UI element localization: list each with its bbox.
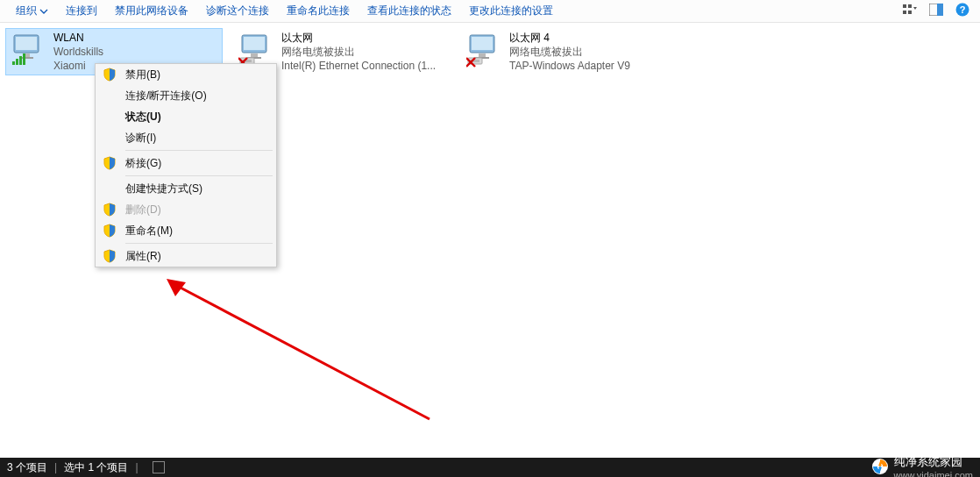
toolbar-item-changesettings[interactable]: 更改此连接的设置	[460, 0, 562, 23]
svg-line-32	[177, 286, 430, 419]
ctx-label: 删除(D)	[125, 203, 161, 217]
connection-item-ethernet4[interactable]: 以太网 4 网络电缆被拔出 TAP-Windows Adapter V9	[461, 28, 678, 75]
ctx-item-delete: 删除(D)	[96, 199, 276, 220]
ctx-separator	[125, 243, 273, 244]
chevron-down-icon	[39, 7, 48, 16]
status-view-icon[interactable]	[153, 461, 165, 473]
ctx-label: 禁用(B)	[125, 68, 160, 82]
svg-rect-5	[937, 4, 943, 16]
svg-marker-33	[167, 279, 186, 296]
status-count: 3 个项目	[7, 460, 47, 475]
ctx-item-disable[interactable]: 禁用(B)	[96, 64, 276, 85]
toolbar: 组织 连接到 禁用此网络设备 诊断这个连接 重命名此连接 查看此连接的状态 更改…	[0, 0, 980, 23]
svg-rect-17	[244, 37, 265, 50]
toolbar-item-connect[interactable]: 连接到	[57, 0, 106, 23]
brand-main: 纯净系统家园	[894, 454, 973, 470]
toolbar-right: ?	[903, 3, 973, 19]
svg-rect-12	[12, 61, 15, 65]
svg-rect-1	[908, 4, 912, 8]
ctx-item-bridge[interactable]: 桥接(G)	[96, 153, 276, 174]
svg-rect-13	[16, 59, 18, 65]
ctx-separator	[125, 175, 273, 176]
toolbar-item-disable[interactable]: 禁用此网络设备	[106, 0, 197, 23]
toolbar-label: 更改此连接的设置	[469, 4, 553, 18]
annotation-arrow	[167, 279, 438, 428]
toolbar-item-diagnose[interactable]: 诊断这个连接	[197, 0, 278, 23]
toolbar-label: 连接到	[66, 4, 97, 18]
connection-texts: 以太网 网络电缆被拔出 Intel(R) Ethernet Connection…	[276, 31, 436, 73]
toolbar-label: 诊断这个连接	[206, 4, 269, 18]
toolbar-item-organize[interactable]: 组织	[7, 0, 57, 23]
svg-rect-3	[908, 11, 912, 14]
ctx-label: 状态(U)	[125, 110, 161, 125]
svg-text:?: ?	[960, 4, 966, 15]
connection-name: 以太网	[281, 31, 436, 45]
connection-device: TAP-Windows Adapter V9	[509, 59, 630, 73]
view-options-icon[interactable]	[903, 4, 917, 18]
connection-name: WLAN	[53, 31, 103, 45]
connection-texts: 以太网 4 网络电缆被拔出 TAP-Windows Adapter V9	[504, 31, 630, 73]
status-brand: 纯净系统家园 www.yidaimei.com	[871, 454, 973, 477]
svg-rect-26	[479, 53, 486, 57]
svg-rect-25	[472, 37, 493, 50]
shield-icon	[103, 203, 117, 217]
toolbar-label: 组织	[16, 4, 37, 18]
ctx-separator	[125, 150, 273, 151]
svg-rect-2	[903, 11, 906, 14]
svg-rect-14	[19, 56, 22, 65]
context-menu: 禁用(B) 连接/断开连接(O) 状态(U) 诊断(I) 桥接(G) 创建快捷方…	[95, 63, 277, 267]
ctx-label: 桥接(G)	[125, 156, 161, 171]
status-bar: 3 个项目 | 选中 1 个项目 | 纯净系统家园 www.yidaimei.c…	[0, 458, 980, 477]
network-monitor-icon	[465, 31, 504, 69]
ctx-item-properties[interactable]: 属性(R)	[96, 246, 276, 267]
toolbar-label: 禁用此网络设备	[115, 4, 188, 18]
ctx-label: 重命名(M)	[125, 224, 173, 238]
network-monitor-icon	[10, 31, 48, 69]
shield-icon	[103, 156, 117, 170]
svg-rect-9	[16, 37, 37, 50]
ctx-item-create-shortcut[interactable]: 创建快捷方式(S)	[96, 178, 276, 199]
toolbar-item-viewstatus[interactable]: 查看此连接的状态	[359, 0, 460, 23]
toolbar-label: 查看此连接的状态	[367, 4, 451, 18]
connection-status: 网络电缆被拔出	[509, 45, 630, 59]
status-separator: |	[54, 461, 57, 473]
ctx-item-connect-disconnect[interactable]: 连接/断开连接(O)	[96, 85, 276, 106]
status-separator: |	[135, 461, 138, 473]
toolbar-item-rename[interactable]: 重命名此连接	[278, 0, 359, 23]
status-selection: 选中 1 个项目	[64, 460, 128, 475]
ctx-label: 创建快捷方式(S)	[125, 182, 202, 196]
connection-name: 以太网 4	[509, 31, 630, 45]
ctx-label: 属性(R)	[125, 249, 161, 264]
shield-icon	[103, 68, 117, 82]
help-icon[interactable]: ?	[955, 3, 969, 19]
toolbar-label: 重命名此连接	[287, 4, 350, 18]
connection-status: Worldskills	[53, 45, 103, 59]
svg-rect-0	[903, 4, 906, 8]
shield-icon	[103, 224, 117, 238]
ctx-item-status[interactable]: 状态(U)	[96, 106, 276, 127]
brand-logo-icon	[871, 458, 889, 478]
ctx-label: 连接/断开连接(O)	[125, 89, 207, 103]
ctx-label: 诊断(I)	[125, 131, 156, 146]
svg-rect-15	[23, 53, 25, 65]
toolbar-left: 组织 连接到 禁用此网络设备 诊断这个连接 重命名此连接 查看此连接的状态 更改…	[7, 0, 562, 23]
svg-rect-18	[251, 53, 258, 57]
ctx-item-diagnose[interactable]: 诊断(I)	[96, 127, 276, 148]
connection-device: Intel(R) Ethernet Connection (1...	[281, 59, 436, 73]
shield-icon	[103, 249, 117, 263]
brand-sub: www.yidaimei.com	[894, 470, 973, 477]
ctx-item-rename[interactable]: 重命名(M)	[96, 220, 276, 241]
preview-pane-icon[interactable]	[929, 4, 943, 18]
connection-status: 网络电缆被拔出	[281, 45, 436, 59]
